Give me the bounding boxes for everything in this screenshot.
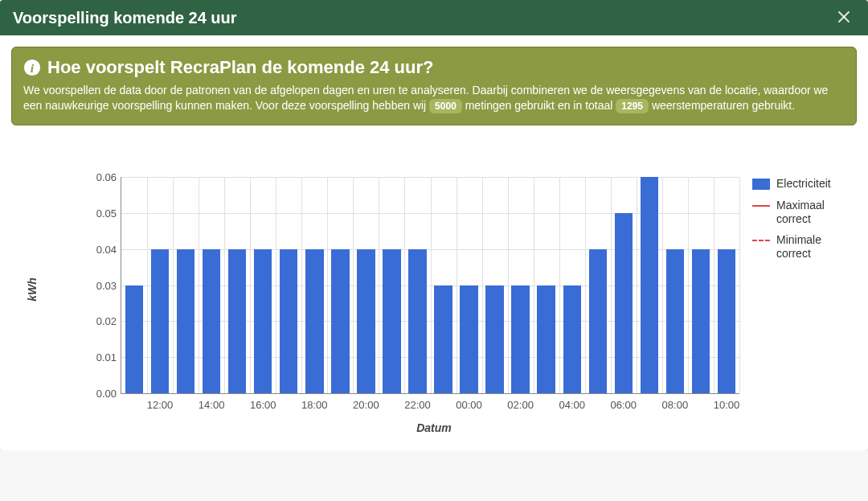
modal-header: Voorspelling komende 24 uur	[0, 0, 868, 35]
x-tick-label: 06:00	[611, 399, 637, 411]
y-tick-label: 0.02	[81, 315, 117, 327]
legend-swatch-max	[752, 200, 770, 211]
close-icon[interactable]	[833, 8, 855, 27]
plot-region[interactable]: 0.000.010.020.030.040.050.0612:0014:0016…	[121, 177, 739, 394]
bar[interactable]	[254, 249, 272, 393]
bar[interactable]	[537, 285, 555, 394]
bar[interactable]	[460, 285, 477, 394]
bar[interactable]	[331, 249, 349, 393]
info-text-2: metingen gebruikt en in totaal	[465, 99, 616, 112]
bar[interactable]	[485, 285, 503, 394]
x-tick-label: 14:00	[199, 399, 225, 411]
x-tick-label: 20:00	[353, 399, 379, 411]
y-tick-label: 0.05	[81, 207, 117, 219]
bar[interactable]	[203, 249, 220, 393]
info-icon: i	[23, 59, 41, 76]
y-tick-label: 0.04	[81, 243, 117, 255]
bar[interactable]	[511, 285, 529, 394]
bar[interactable]	[666, 249, 684, 393]
temperatures-count-badge: 1295	[616, 99, 649, 113]
x-tick-label: 22:00	[404, 399, 431, 411]
legend-label-min: Minimale correct	[776, 233, 857, 261]
bar[interactable]	[305, 249, 323, 393]
bar[interactable]	[357, 249, 375, 393]
bar[interactable]	[408, 249, 426, 393]
bar[interactable]	[177, 249, 194, 393]
bar[interactable]	[125, 285, 143, 394]
x-tick-label: 18:00	[301, 399, 328, 411]
y-tick-label: 0.01	[81, 351, 117, 363]
legend-item-max-correct[interactable]: Maximaal correct	[752, 199, 857, 226]
bar[interactable]	[434, 285, 452, 394]
legend-label-electricity: Electriciteit	[776, 177, 831, 191]
x-tick-label: 04:00	[559, 399, 585, 411]
bar[interactable]	[383, 249, 400, 393]
bar[interactable]	[151, 249, 169, 393]
bar[interactable]	[228, 249, 246, 393]
x-tick-label: 00:00	[456, 399, 482, 411]
svg-text:i: i	[31, 61, 35, 75]
y-tick-label: 0.06	[81, 171, 117, 183]
legend-item-electricity[interactable]: Electriciteit	[752, 177, 857, 191]
info-text-3: weerstemperaturen gebruikt.	[652, 99, 795, 112]
legend-label-max: Maximaal correct	[776, 199, 857, 226]
info-heading: i Hoe voorspelt RecraPlan de komende 24 …	[23, 57, 845, 78]
bar[interactable]	[280, 249, 297, 393]
modal-title: Voorspelling komende 24 uur	[13, 9, 237, 27]
x-tick-label: 02:00	[507, 399, 534, 411]
info-heading-text: Hoe voorspelt RecraPlan de komende 24 uu…	[47, 57, 433, 78]
legend-swatch-min	[752, 235, 770, 246]
bar[interactable]	[718, 249, 735, 393]
bar[interactable]	[641, 177, 658, 393]
x-tick-label: 08:00	[662, 399, 689, 411]
legend: Electriciteit Maximaal correct Minimale …	[752, 177, 857, 269]
bar[interactable]	[563, 285, 581, 394]
x-tick-label: 16:00	[250, 399, 276, 411]
bar[interactable]	[615, 213, 633, 393]
x-tick-label: 10:00	[714, 399, 740, 411]
y-tick-label: 0.00	[81, 388, 117, 400]
y-tick-label: 0.03	[81, 279, 117, 291]
y-axis-title: kWh	[26, 277, 39, 302]
bar[interactable]	[589, 249, 607, 393]
info-panel: i Hoe voorspelt RecraPlan de komende 24 …	[11, 47, 857, 125]
chart-area: kWh Datum 0.000.010.020.030.040.050.0612…	[0, 145, 868, 434]
measurements-count-badge: 5000	[429, 99, 462, 113]
bar[interactable]	[692, 249, 710, 393]
info-body: We voorspellen de data door de patronen …	[23, 83, 845, 113]
x-tick-label: 12:00	[147, 399, 174, 411]
legend-item-min-correct[interactable]: Minimale correct	[752, 233, 857, 261]
modal-card: Voorspelling komende 24 uur i Hoe voorsp…	[0, 0, 868, 450]
legend-swatch-electricity	[752, 179, 770, 190]
x-axis-title: Datum	[416, 421, 452, 434]
